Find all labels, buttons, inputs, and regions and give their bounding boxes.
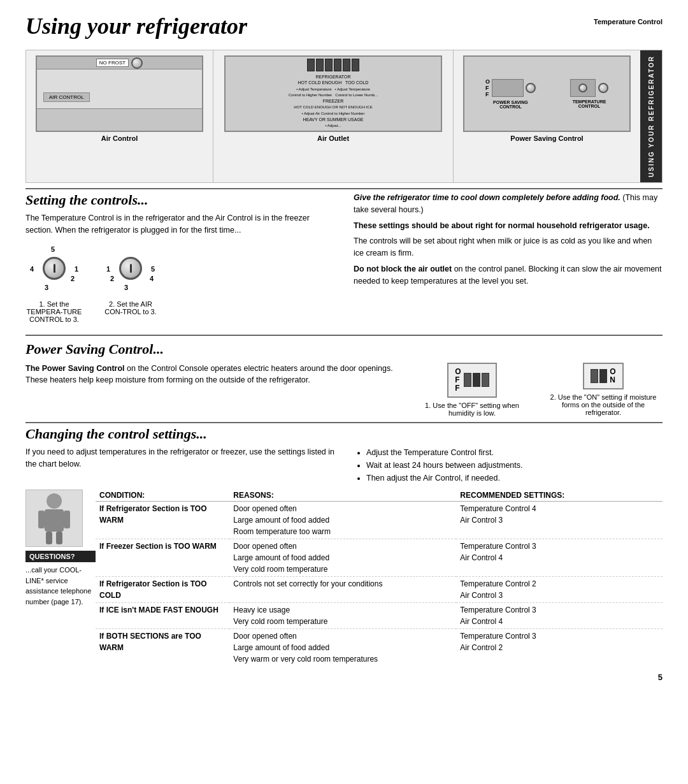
person-illustration bbox=[25, 490, 83, 547]
fridge-diagram: NO FROST AIR CONTROL bbox=[36, 55, 203, 132]
fridge-diagram-panel: NO FROST AIR CONTROL Air Control bbox=[26, 50, 213, 182]
table-row: If BOTH SECTIONS are TOO WARMDoor opened… bbox=[96, 629, 663, 667]
side-tab: USING YOUR REFRIGERATOR bbox=[640, 50, 662, 182]
psc-off-item: OFF 1. Use the "OFF" setting when humidi… bbox=[413, 363, 531, 417]
setting-controls-body: The Temperature Control is in the refrig… bbox=[25, 212, 334, 236]
dial2-container: 1 2 3 4 5 2. Set the AIR CON-TROL to 3. bbox=[102, 243, 159, 323]
table-cell-condition: If Refrigerator Section is TOO WARM bbox=[96, 502, 229, 539]
changing-intro: If you need to adjust temperatures in th… bbox=[25, 446, 663, 484]
section-divider-1 bbox=[25, 188, 663, 189]
changing-settings-heading: Changing the control settings... bbox=[25, 426, 663, 442]
section-divider-2 bbox=[25, 335, 663, 336]
table-cell-condition: If ICE isn't MADE FAST ENOUGH bbox=[96, 603, 229, 629]
chart-section: QUESTIONS? ...call your COOL-LINE* servi… bbox=[25, 490, 663, 666]
dial1-knob bbox=[43, 257, 66, 280]
table-row: If ICE isn't MADE FAST ENOUGHHeavy ice u… bbox=[96, 603, 663, 629]
right-body1: The controls will be set about right whe… bbox=[354, 235, 663, 259]
control-panel-text: REFRIGERATOR HOT COLD ENOUGH TOO COLD • … bbox=[228, 74, 438, 128]
power-saving-content: The Power Saving Control on the Control … bbox=[25, 363, 663, 417]
air-outlet-label: Air Outlet bbox=[317, 134, 349, 142]
table-cell-recommended: Temperature Control 2Air Control 3 bbox=[456, 577, 663, 603]
svg-rect-3 bbox=[64, 511, 70, 528]
psc-on-caption: 2. Use the "ON" setting if moisture form… bbox=[544, 393, 663, 416]
power-saving-heading: Power Saving Control... bbox=[25, 341, 663, 358]
right-bold: These settings should be about right for… bbox=[354, 220, 663, 232]
changing-settings-section: Changing the control settings... If you … bbox=[25, 426, 663, 666]
temp-control-annotation: Temperature Control bbox=[594, 18, 663, 25]
psc-off-letters: OFF bbox=[455, 368, 461, 393]
page-number: 5 bbox=[25, 672, 663, 682]
table-cell-recommended: Temperature Control 3Air Control 4 bbox=[456, 539, 663, 577]
psc-off-diagram: OFF bbox=[447, 363, 496, 398]
dial2-caption: 2. Set the AIR CON-TROL to 3. bbox=[102, 300, 159, 316]
right-body2: Do not block the air outlet on the contr… bbox=[354, 263, 663, 287]
dial1: 5 4 1 3 2 bbox=[29, 243, 80, 294]
section-divider-3 bbox=[25, 422, 663, 423]
page-title: Using your refrigerator bbox=[25, 13, 247, 40]
col-condition-header: CONDITION: bbox=[96, 490, 229, 502]
col-reasons-header: REASONS: bbox=[229, 490, 456, 502]
bullet-2: Wait at least 24 hours between adjustmen… bbox=[366, 459, 663, 472]
bullet-3: Then adjust the Air Control, if needed. bbox=[366, 472, 663, 484]
power-saving-body: The Power Saving Control on the Control … bbox=[25, 363, 400, 387]
person-svg bbox=[32, 491, 76, 546]
control-panel-diagram: REFRIGERATOR HOT COLD ENOUGH TOO COLD • … bbox=[224, 55, 442, 132]
right-heading-bold: Give the refrigerator time to cool down … bbox=[354, 193, 620, 202]
table-cell-condition: If Refrigerator Section is TOO COLD bbox=[96, 577, 229, 603]
table-row: If Freezer Section is TOO WARMDoor opene… bbox=[96, 539, 663, 577]
no-frost-label: NO FROST bbox=[96, 59, 129, 67]
svg-rect-5 bbox=[56, 532, 62, 544]
dial2-knob bbox=[119, 257, 142, 280]
power-knob bbox=[526, 83, 536, 93]
temp-power-panel: OFF POWER SAVINGCONTROL TEMPERATURECONTR… bbox=[454, 50, 640, 182]
temp-diagram: OFF POWER SAVINGCONTROL TEMPERATURECONTR… bbox=[463, 55, 631, 132]
svg-rect-2 bbox=[38, 511, 45, 528]
setting-controls-left: Setting the controls... The Temperature … bbox=[25, 192, 334, 330]
chart-right-panel: CONDITION: REASONS: RECOMMENDED SETTINGS… bbox=[96, 490, 663, 666]
power-saving-left: The Power Saving Control on the Control … bbox=[25, 363, 400, 391]
setting-controls-heading: Setting the controls... bbox=[25, 192, 334, 208]
table-cell-reasons: Door opened oftenLarge amount of food ad… bbox=[229, 539, 456, 577]
dial-section: 5 4 1 3 2 1. Set the TEMPERA-TURE CONTRO… bbox=[25, 243, 334, 323]
psc-off-caption: 1. Use the "OFF" setting when humidity i… bbox=[413, 402, 531, 417]
air-control-diagram-label: AIR CONTROL bbox=[43, 92, 90, 102]
setting-controls-section: Setting the controls... The Temperature … bbox=[25, 192, 663, 330]
table-cell-reasons: Door opened oftenLarge amount of food ad… bbox=[229, 502, 456, 539]
power-saving-label: Power Saving Control bbox=[510, 134, 583, 142]
svg-rect-1 bbox=[45, 509, 64, 532]
svg-rect-4 bbox=[46, 532, 52, 544]
air-outlet-panel: REFRIGERATOR HOT COLD ENOUGH TOO COLD • … bbox=[213, 50, 454, 182]
questions-label: QUESTIONS? bbox=[25, 551, 96, 562]
power-saving-right: OFF 1. Use the "OFF" setting when humidi… bbox=[413, 363, 663, 417]
changing-body: If you need to adjust temperatures in th… bbox=[25, 446, 334, 470]
chart-left-panel: QUESTIONS? ...call your COOL-LINE* servi… bbox=[25, 490, 96, 666]
changing-body-left: If you need to adjust temperatures in th… bbox=[25, 446, 334, 484]
col-recommended-header: RECOMMENDED SETTINGS: bbox=[456, 490, 663, 502]
fridge-knob bbox=[131, 57, 143, 69]
table-cell-reasons: Door opened oftenLarge amount of food ad… bbox=[229, 629, 456, 667]
changing-bullets: Adjust the Temperature Control first. Wa… bbox=[366, 446, 663, 484]
table-row: If Refrigerator Section is TOO WARMDoor … bbox=[96, 502, 663, 539]
questions-body: ...call your COOL-LINE* service assistan… bbox=[25, 565, 96, 607]
table-cell-recommended: Temperature Control 3Air Control 2 bbox=[456, 629, 663, 667]
svg-point-0 bbox=[47, 493, 62, 509]
table-cell-reasons: Controls not set correctly for your cond… bbox=[229, 577, 456, 603]
dial1-caption: 1. Set the TEMPERA-TURE CONTROL to 3. bbox=[25, 300, 83, 323]
bullet-1: Adjust the Temperature Control first. bbox=[366, 446, 663, 459]
table-cell-condition: If BOTH SECTIONS are TOO WARM bbox=[96, 629, 229, 667]
table-row: If Refrigerator Section is TOO COLDContr… bbox=[96, 577, 663, 603]
dial1-container: 5 4 1 3 2 1. Set the TEMPERA-TURE CONTRO… bbox=[25, 243, 83, 323]
page-header: Using your refrigerator Temperature Cont… bbox=[25, 13, 663, 46]
air-control-bottom-label: Air Control bbox=[101, 134, 138, 142]
do-not-block-bold: Do not block the air outlet bbox=[354, 265, 452, 273]
power-saving-section: Power Saving Control... The Power Saving… bbox=[25, 341, 663, 417]
setting-controls-right: Give the refrigerator time to cool down … bbox=[354, 192, 663, 330]
top-diagram-section: NO FROST AIR CONTROL Air Control bbox=[25, 50, 663, 183]
table-cell-condition: If Freezer Section is TOO WARM bbox=[96, 539, 229, 577]
temp-knob2 bbox=[598, 83, 608, 93]
temp-knob bbox=[578, 83, 587, 92]
dial2: 1 2 3 4 5 bbox=[105, 243, 156, 294]
psc-on-item: ON 2. Use the "ON" setting if moisture f… bbox=[544, 363, 663, 416]
power-saving-bold: The Power Saving Control bbox=[25, 364, 125, 373]
right-heading: Give the refrigerator time to cool down … bbox=[354, 192, 663, 216]
